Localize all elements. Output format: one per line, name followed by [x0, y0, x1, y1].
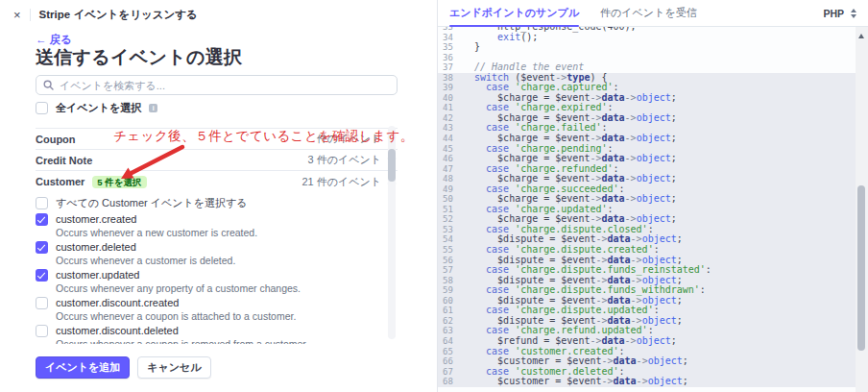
code-line: 68 $customer = $event->data->object;: [438, 377, 868, 387]
line-number: 44: [438, 134, 474, 144]
code-line: 35}: [438, 42, 868, 53]
event-text: customer.discount.deletedOccurs whenever…: [56, 325, 308, 344]
section-row[interactable]: Credit Note3 件のイベント: [36, 150, 398, 171]
scroll-up-arrow-icon[interactable]: [858, 34, 864, 38]
select-all-checkbox[interactable]: [36, 102, 48, 114]
event-text: customer.deletedOccurs whenever a custom…: [56, 241, 235, 266]
line-number: 58: [438, 276, 474, 286]
line-content: }: [474, 42, 480, 53]
line-number: 51: [438, 205, 474, 215]
line-number: 42: [438, 113, 474, 124]
section-list: Coupon件のイベントCredit Note3 件のイベントCustomer5…: [36, 128, 398, 344]
line-number: 52: [438, 214, 474, 225]
section-event-count: 21 件のイベント: [301, 175, 381, 189]
search-input[interactable]: [60, 80, 390, 91]
event-description: Occurs whenever a customer is deleted.: [56, 256, 235, 266]
line-number: 63: [438, 326, 474, 336]
tab-endpoint-sample[interactable]: エンドポイントのサンプル: [449, 0, 579, 26]
section-name: Credit Note: [36, 155, 92, 166]
list-item[interactable]: customer.deletedOccurs whenever a custom…: [36, 241, 398, 266]
line-number: 43: [438, 123, 474, 134]
code-panel-header: エンドポイントのサンプル 件のイベントを受信 PHP: [438, 0, 868, 27]
line-number: 49: [438, 184, 474, 195]
add-events-button[interactable]: イベントを追加: [36, 356, 130, 379]
line-number: 59: [438, 285, 474, 296]
event-selection-modal: × Stripe イベントをリッスンする ← 戻る 送信するイベントの選択 全イ…: [0, 0, 437, 392]
line-number: 57: [438, 265, 474, 276]
line-number: 53: [438, 225, 474, 235]
line-number: 54: [438, 234, 474, 245]
select-all-label: 全イベントを選択: [56, 101, 141, 115]
modal-footer: イベントを追加 キャンセル: [36, 356, 211, 379]
code-lines: 33 http_response_code(400);34 exit();35}…: [438, 27, 868, 387]
line-content: $customer = $event->data->object;: [474, 377, 688, 387]
line-number: 55: [438, 245, 474, 256]
event-name: customer.discount.created: [56, 297, 296, 308]
line-number: 61: [438, 306, 474, 316]
event-description: Occurs whenever a coupon is removed from…: [56, 339, 308, 344]
line-number: 39: [438, 83, 474, 93]
line-number: 45: [438, 144, 474, 155]
line-number: 66: [438, 356, 474, 367]
event-checkbox[interactable]: [36, 241, 48, 254]
line-number: 38: [438, 73, 474, 84]
code-line: 34 exit();: [438, 33, 868, 43]
event-description: Occurs whenever any property of a custom…: [56, 283, 301, 294]
line-number: 50: [438, 194, 474, 205]
event-checkbox[interactable]: [36, 325, 48, 337]
line-number: 41: [438, 103, 474, 113]
page-title: 送信するイベントの選択: [36, 45, 242, 70]
language-label: PHP: [823, 8, 844, 19]
line-content: exit();: [474, 33, 538, 43]
select-all-row[interactable]: 全イベントを選択: [36, 101, 157, 115]
window-title: Stripe イベントをリッスンする: [39, 8, 198, 22]
line-number: 34: [438, 33, 474, 43]
list-item[interactable]: customer.createdOccurs whenever a new cu…: [36, 213, 398, 238]
info-icon[interactable]: [149, 104, 157, 112]
list-item[interactable]: customer.updatedOccurs whenever any prop…: [36, 269, 398, 294]
line-number: 40: [438, 93, 474, 104]
line-number: 35: [438, 42, 474, 53]
event-checkbox[interactable]: [36, 213, 48, 226]
event-text: customer.updatedOccurs whenever any prop…: [56, 269, 301, 294]
event-checkbox[interactable]: [36, 297, 48, 309]
section-row[interactable]: Customer5 件を選択21 件のイベント: [36, 171, 398, 192]
line-number: 62: [438, 316, 474, 327]
event-name: customer.updated: [56, 269, 301, 281]
select-all-customer-checkbox[interactable]: [36, 197, 48, 209]
line-number: 36: [438, 53, 474, 63]
section-event-count: 3 件のイベント: [308, 153, 381, 167]
event-search-box[interactable]: [36, 75, 398, 95]
line-number: 56: [438, 256, 474, 266]
code-editor[interactable]: 33 http_response_code(400);34 exit();35}…: [438, 27, 868, 392]
select-arrows-icon: [851, 9, 856, 18]
code-panel: エンドポイントのサンプル 件のイベントを受信 PHP 33 http_respo…: [437, 0, 868, 392]
event-description: Occurs whenever a coupon is attached to …: [56, 311, 296, 322]
section-name: Customer: [36, 176, 84, 187]
event-checkbox[interactable]: [36, 269, 48, 282]
tab-events-received[interactable]: 件のイベントを受信: [600, 0, 697, 26]
list-item[interactable]: customer.discount.deletedOccurs whenever…: [36, 325, 398, 344]
event-name: customer.deleted: [56, 241, 235, 253]
close-icon[interactable]: ×: [13, 9, 21, 21]
line-number: 68: [438, 377, 474, 387]
line-number: 46: [438, 154, 474, 164]
line-number: 37: [438, 62, 474, 73]
event-text: customer.discount.createdOccurs whenever…: [56, 297, 296, 322]
search-icon: [43, 80, 54, 90]
list-scrollbar-thumb[interactable]: [388, 149, 396, 182]
code-scrollbar-track[interactable]: [856, 27, 868, 392]
code-scrollbar-thumb[interactable]: [857, 185, 865, 351]
event-description: Occurs whenever a new customer is create…: [56, 228, 257, 238]
language-select[interactable]: PHP: [823, 0, 856, 26]
list-item[interactable]: customer.discount.createdOccurs whenever…: [36, 297, 398, 322]
select-all-customer-row[interactable]: すべての Customer イベントを選択する: [36, 196, 398, 210]
cancel-button[interactable]: キャンセル: [137, 356, 210, 379]
line-number: 60: [438, 296, 474, 306]
event-name: customer.discount.deleted: [56, 325, 308, 336]
line-number: 48: [438, 174, 474, 184]
window-titlebar: × Stripe イベントをリッスンする: [0, 0, 437, 22]
titlebar-divider: [30, 9, 31, 21]
section-name: Coupon: [36, 134, 76, 145]
line-number: 64: [438, 336, 474, 347]
